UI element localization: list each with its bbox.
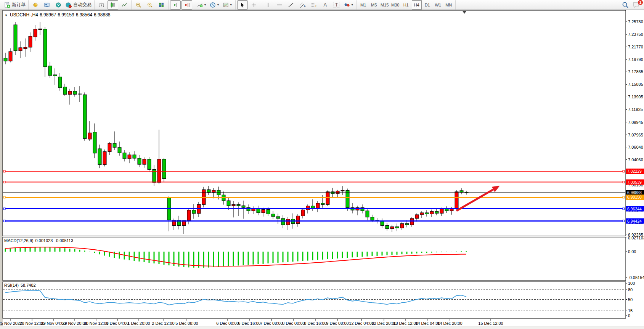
vertical-line-tool[interactable] xyxy=(263,0,273,10)
ohlc-high: 6.99159 xyxy=(58,12,74,18)
fibonacci-tool[interactable]: F xyxy=(308,0,319,10)
search-icon xyxy=(622,2,629,8)
horizontal-line-tool[interactable] xyxy=(274,0,285,10)
price-line-label-text: 6.98150 xyxy=(627,195,642,199)
rsi-axis-label: 50 xyxy=(628,297,633,302)
macd-indicator-label: MACD(12,26,9)0.001023-0.005113 xyxy=(4,238,75,243)
market-watch-button[interactable] xyxy=(53,0,64,10)
arrows-tool[interactable]: ▼ xyxy=(343,0,355,10)
new-order-button[interactable]: 新订单 xyxy=(3,0,27,10)
price-line-label-text: 7.00539 xyxy=(627,180,642,185)
candle xyxy=(9,51,12,61)
horizontal-line-icon xyxy=(276,2,283,8)
notifications-button[interactable]: 1 xyxy=(633,2,640,8)
trendline-tool[interactable] xyxy=(286,0,296,10)
candle xyxy=(262,210,265,213)
bar-chart-button[interactable] xyxy=(96,0,107,10)
rsi-axis-label: 100 xyxy=(628,281,635,286)
candle xyxy=(143,159,146,164)
candle xyxy=(123,153,126,159)
candle xyxy=(133,155,136,158)
timeframe-button-m15[interactable]: M15 xyxy=(380,0,390,10)
autotrading-button[interactable]: 自动交易 xyxy=(64,0,93,10)
candle xyxy=(435,212,438,213)
candle xyxy=(286,219,290,225)
timeframe-button-m30[interactable]: M30 xyxy=(390,0,400,10)
candle xyxy=(415,215,419,218)
time-axis-label: 14 Dec 20:00 xyxy=(437,321,462,326)
indicators-button[interactable]: ▼ xyxy=(196,0,208,10)
auto-scroll-button[interactable] xyxy=(170,0,181,10)
timeframe-button-m1[interactable]: M1 xyxy=(358,0,368,10)
search-button[interactable] xyxy=(622,2,629,8)
toolbar-group-zoom xyxy=(132,0,169,10)
label-tool-glyph: T xyxy=(334,2,339,8)
timeframe-button-mn[interactable]: MN xyxy=(444,0,454,10)
price-line-label-text: 7.02229 xyxy=(627,169,642,173)
chart-shift-button[interactable] xyxy=(181,0,192,10)
toolbar-group-cursor xyxy=(236,0,261,10)
y-axis-tick-label: 7.15885 xyxy=(628,82,643,87)
mt4-window: 新订单 xyxy=(0,0,644,329)
fibo-tag: F xyxy=(315,4,317,8)
price-line-label-text: 6.96344 xyxy=(627,207,642,211)
templates-button[interactable]: ▼ xyxy=(222,0,234,10)
ohlc-open: 6.98967 xyxy=(40,12,56,18)
time-axis-label: 8 Dec 16:00 xyxy=(304,321,326,326)
candle xyxy=(29,36,32,47)
y-axis-tick-label: 7.23750 xyxy=(628,32,643,37)
timeframe-button-m5[interactable]: M5 xyxy=(369,0,379,10)
candle xyxy=(138,158,141,164)
toolbar-group-timeframes: M1 M5 M15 M30 H1 H4 D1 W1 MN xyxy=(357,0,456,10)
timeframe-button-w1[interactable]: W1 xyxy=(433,0,443,10)
timeframe-button-h1[interactable]: H1 xyxy=(401,0,411,10)
y-axis-tick-label: 7.11925 xyxy=(628,107,643,112)
candle xyxy=(405,223,409,225)
indicators-icon xyxy=(197,2,203,8)
line-chart-icon xyxy=(121,2,127,8)
candle xyxy=(227,201,230,205)
candle xyxy=(326,192,329,204)
candle xyxy=(420,213,424,215)
time-axis-label: 2 Dec 12:00 xyxy=(152,321,174,326)
rsi-axis-label: 0 xyxy=(628,313,630,318)
candle xyxy=(78,94,82,94)
text-label-tool[interactable]: T xyxy=(331,0,342,10)
macd-name: MACD(12,26,9) xyxy=(4,238,33,243)
candle xyxy=(162,159,166,179)
templates-icon xyxy=(223,2,229,8)
candlestick-chart-button[interactable] xyxy=(108,0,118,10)
zoom-out-button[interactable] xyxy=(145,0,155,10)
line-chart-button[interactable] xyxy=(119,0,130,10)
metaeditor-button[interactable] xyxy=(30,0,41,10)
timeframe-button-h4[interactable]: H4 xyxy=(412,0,422,10)
candle xyxy=(93,132,96,153)
tile-windows-button[interactable] xyxy=(156,0,167,10)
toolbar-group-scroll xyxy=(169,0,194,10)
candle xyxy=(237,204,240,205)
macd-axis-label: 0.027103 xyxy=(628,236,644,240)
chart-canvas[interactable]: 7.257307.237507.217707.197907.178657.158… xyxy=(0,10,644,329)
candle xyxy=(98,149,101,165)
candle xyxy=(281,218,285,225)
chevron-down-icon[interactable]: ▼ xyxy=(5,14,8,17)
zoom-in-button[interactable] xyxy=(133,0,144,10)
time-axis-label: 8 Dec 00:00 xyxy=(282,321,305,326)
cursor-arrow-icon xyxy=(239,2,246,8)
y-axis-tick-label: 7.04060 xyxy=(628,157,643,162)
cursor-button[interactable] xyxy=(237,0,248,10)
time-axis-label: 15 Dec 12:00 xyxy=(478,321,503,326)
chevron-down-icon: ▼ xyxy=(217,3,220,6)
channel-tool[interactable]: E xyxy=(297,0,308,10)
periods-button[interactable]: ▼ xyxy=(209,0,221,10)
terminal-button[interactable] xyxy=(42,0,52,10)
crosshair-button[interactable] xyxy=(249,0,259,10)
tile-windows-icon xyxy=(158,2,164,8)
chevron-down-icon: ▼ xyxy=(204,3,207,6)
candle xyxy=(34,29,37,37)
candle xyxy=(321,203,324,204)
text-tool[interactable]: A xyxy=(320,0,331,10)
notification-badge: 1 xyxy=(638,0,643,5)
timeframe-button-d1[interactable]: D1 xyxy=(422,0,432,10)
price-line-handle xyxy=(623,181,625,183)
